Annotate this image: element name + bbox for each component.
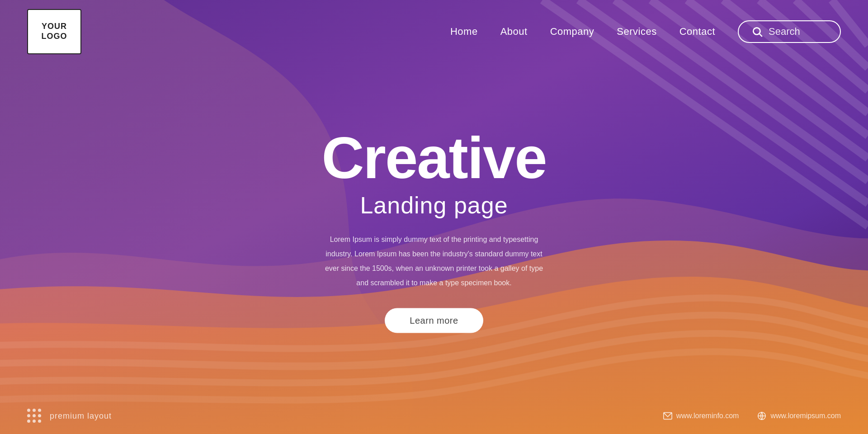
dot: [38, 420, 41, 423]
footer-email-link[interactable]: www.loreminfo.com: [663, 411, 739, 421]
nav-link-home[interactable]: Home: [450, 26, 478, 37]
dot: [38, 414, 41, 417]
dot: [27, 409, 30, 412]
footer: premium layout www.loreminfo.com www.lor…: [0, 398, 868, 434]
nav-link-contact[interactable]: Contact: [679, 26, 715, 37]
footer-right: www.loreminfo.com www.loremipsum.com: [663, 411, 841, 421]
nav-item-about[interactable]: About: [500, 26, 528, 38]
nav-item-contact[interactable]: Contact: [679, 26, 715, 38]
dot: [27, 420, 30, 423]
globe-icon: [757, 411, 767, 421]
learn-more-button[interactable]: Learn more: [385, 308, 483, 333]
search-icon: [751, 26, 763, 38]
email-icon: [663, 411, 673, 421]
dot: [27, 414, 30, 417]
hero-section: YOURLOGO Home About Company Services Con…: [0, 0, 868, 434]
navbar: YOURLOGO Home About Company Services Con…: [0, 0, 868, 63]
dot: [33, 420, 36, 423]
logo[interactable]: YOURLOGO: [27, 9, 81, 54]
nav-right: Home About Company Services Contact: [450, 20, 841, 43]
footer-left: premium layout: [27, 409, 112, 423]
hero-title: Creative: [276, 128, 592, 187]
hero-content: Creative Landing page Lorem Ipsum is sim…: [276, 128, 592, 333]
dot: [38, 409, 41, 412]
footer-email-text: www.loreminfo.com: [676, 412, 739, 420]
nav-item-home[interactable]: Home: [450, 26, 478, 38]
dot: [33, 414, 36, 417]
nav-link-about[interactable]: About: [500, 26, 528, 37]
svg-line-11: [760, 34, 762, 37]
dots-grid-icon: [27, 409, 42, 423]
dot: [33, 409, 36, 412]
nav-link-company[interactable]: Company: [550, 26, 594, 37]
hero-description: Lorem Ipsum is simply dummy text of the …: [321, 232, 547, 290]
nav-item-company[interactable]: Company: [550, 26, 594, 38]
footer-web-text: www.loremipsum.com: [770, 412, 841, 420]
nav-link-services[interactable]: Services: [617, 26, 656, 37]
footer-web-link[interactable]: www.loremipsum.com: [757, 411, 841, 421]
footer-brand: premium layout: [50, 411, 112, 421]
svg-point-10: [753, 28, 760, 34]
search-box[interactable]: [738, 20, 841, 43]
search-input[interactable]: [769, 26, 827, 38]
nav-links: Home About Company Services Contact: [450, 26, 715, 38]
logo-text: YOURLOGO: [42, 22, 67, 41]
nav-item-services[interactable]: Services: [617, 26, 656, 38]
hero-subtitle: Landing page: [276, 192, 592, 219]
